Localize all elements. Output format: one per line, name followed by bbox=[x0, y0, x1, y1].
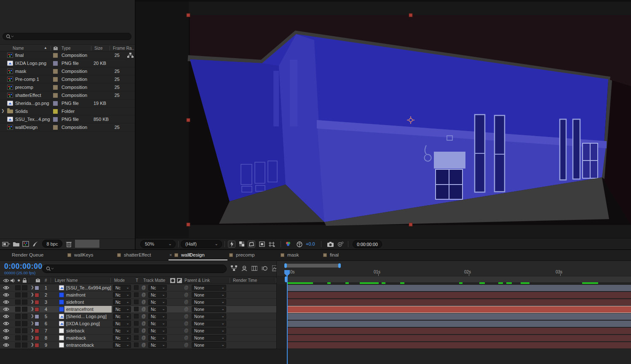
preserve-transparency-checkbox[interactable] bbox=[134, 285, 139, 290]
grid-guides-icon[interactable] bbox=[268, 241, 275, 248]
lock-checkbox[interactable] bbox=[22, 285, 27, 290]
time-ruler[interactable]: 0s01s02s03s bbox=[277, 261, 631, 276]
layer-name[interactable]: [Sherid... Logo.png] bbox=[64, 313, 112, 320]
layer-row[interactable]: ❯ 8 mainback Nc⌄ @ Nc⌄ @ None⌄ bbox=[0, 335, 286, 342]
panel-menu-icon[interactable]: ≡ bbox=[188, 252, 191, 258]
composition-mini-flowchart-icon[interactable] bbox=[231, 265, 237, 271]
label-color-swatch[interactable] bbox=[53, 77, 58, 82]
fast-previews-icon[interactable] bbox=[228, 241, 235, 248]
blend-mode-dropdown[interactable]: Nc⌄ bbox=[113, 292, 131, 298]
track-matte-dropdown[interactable]: Nc⌄ bbox=[148, 313, 167, 319]
layer-color-swatch[interactable] bbox=[35, 300, 39, 305]
blend-mode-dropdown[interactable]: Nc⌄ bbox=[113, 342, 131, 348]
work-area-handle[interactable] bbox=[284, 263, 287, 268]
solo-checkbox[interactable] bbox=[15, 335, 21, 340]
layer-row[interactable]: ❯ 7 sideback Nc⌄ @ Nc⌄ @ None⌄ bbox=[0, 327, 286, 335]
project-item-row[interactable]: ❯ Sherida...go.png PNG file 19 KB bbox=[0, 99, 135, 107]
solo-checkbox[interactable] bbox=[15, 300, 21, 305]
parent-link-dropdown[interactable]: None⌄ bbox=[192, 342, 226, 348]
solo-checkbox[interactable] bbox=[15, 314, 21, 319]
lock-checkbox[interactable] bbox=[22, 292, 27, 297]
composition-canvas[interactable] bbox=[136, 0, 631, 238]
solo-checkbox[interactable] bbox=[15, 285, 21, 290]
channel-icon[interactable] bbox=[285, 241, 292, 248]
blend-mode-dropdown[interactable]: Nc⌄ bbox=[113, 306, 131, 312]
parent-link-dropdown[interactable]: None⌄ bbox=[192, 292, 226, 298]
layer-duration-bar[interactable] bbox=[288, 299, 631, 305]
preserve-transparency-checkbox[interactable] bbox=[134, 335, 139, 340]
track-matte-dropdown[interactable]: Nc⌄ bbox=[148, 328, 167, 334]
label-color-swatch[interactable] bbox=[53, 109, 58, 114]
project-item-row[interactable]: ❯ IXDA Logo.png PNG file 20 KB bbox=[0, 59, 135, 67]
layer-row[interactable]: ❯ 2 mainfront Nc⌄ @ Nc⌄ @ None⌄ bbox=[0, 292, 286, 299]
track-matte-dropdown[interactable]: Nc⌄ bbox=[148, 342, 167, 348]
label-color-swatch[interactable] bbox=[53, 69, 58, 74]
layer-duration-bar[interactable] bbox=[288, 321, 631, 327]
layer-row[interactable]: ❯ 6 [IXDA Logo.png] Nc⌄ @ Nc⌄ @ None⌄ bbox=[0, 320, 286, 327]
track-matte-dropdown[interactable]: Nc⌄ bbox=[148, 306, 167, 312]
blend-mode-dropdown[interactable]: Nc⌄ bbox=[113, 285, 131, 291]
expand-chevron-icon[interactable]: ❯ bbox=[31, 321, 34, 325]
column-frame-rate[interactable]: Frame Ra.. bbox=[113, 46, 134, 51]
visibility-eye-icon[interactable] bbox=[3, 300, 9, 304]
expand-chevron-icon[interactable]: ❯ bbox=[31, 328, 34, 332]
track-matte-dropdown[interactable]: Nc⌄ bbox=[148, 321, 167, 327]
track-matte-dropdown[interactable]: Nc⌄ bbox=[148, 335, 167, 341]
lock-checkbox[interactable] bbox=[22, 321, 27, 326]
region-of-interest-icon[interactable] bbox=[258, 241, 266, 248]
label-color-swatch[interactable] bbox=[53, 85, 58, 90]
playhead-line[interactable] bbox=[287, 270, 288, 364]
work-area-bar[interactable] bbox=[285, 264, 340, 268]
preserve-transparency-checkbox[interactable] bbox=[134, 292, 139, 297]
parent-link-dropdown[interactable]: None⌄ bbox=[192, 328, 226, 334]
layer-color-swatch[interactable] bbox=[35, 286, 39, 290]
expand-chevron-icon[interactable]: ❯ bbox=[31, 292, 34, 297]
transparency-grid-icon[interactable] bbox=[238, 241, 246, 248]
visibility-eye-icon[interactable] bbox=[3, 343, 9, 347]
solo-checkbox[interactable] bbox=[15, 343, 21, 348]
color-depth-button[interactable]: 8 bpc bbox=[42, 240, 62, 248]
blend-mode-dropdown[interactable]: Nc⌄ bbox=[113, 313, 131, 319]
layer-name[interactable]: [IXDA Logo.png] bbox=[64, 320, 112, 327]
parent-pickwhip-icon[interactable]: @ bbox=[184, 328, 188, 333]
lock-checkbox[interactable] bbox=[22, 300, 27, 305]
expand-chevron-icon[interactable]: ❯ bbox=[31, 307, 34, 311]
label-color-swatch[interactable] bbox=[53, 101, 58, 106]
layer-duration-bar[interactable] bbox=[288, 335, 631, 341]
layer-color-swatch[interactable] bbox=[35, 336, 39, 340]
frame-blending-icon[interactable] bbox=[251, 265, 257, 271]
track-matte-dropdown[interactable]: Nc⌄ bbox=[148, 299, 167, 305]
parent-pickwhip-icon[interactable]: @ bbox=[184, 343, 188, 347]
track-matte-pickwhip-icon[interactable]: @ bbox=[142, 328, 146, 333]
mask-visibility-icon[interactable] bbox=[248, 241, 255, 248]
project-item-row[interactable]: ❯ shatterEffect Composition 25 bbox=[0, 91, 135, 99]
visibility-eye-icon[interactable] bbox=[3, 293, 9, 297]
track-matte-pickwhip-icon[interactable]: @ bbox=[142, 292, 146, 297]
interpret-footage-icon[interactable] bbox=[2, 241, 11, 247]
lock-checkbox[interactable] bbox=[22, 343, 27, 348]
preserve-transparency-checkbox[interactable] bbox=[134, 328, 139, 333]
parent-pickwhip-icon[interactable]: @ bbox=[184, 300, 188, 304]
visibility-eye-icon[interactable] bbox=[3, 307, 9, 311]
layer-row[interactable]: ❯ 1 [SSU_Te...6x994.png] Nc⌄ @ Nc⌄ @ Non… bbox=[0, 284, 286, 292]
parent-link-dropdown[interactable]: None⌄ bbox=[192, 313, 226, 319]
visibility-eye-icon[interactable] bbox=[3, 314, 9, 318]
layer-name[interactable]: entrancefront bbox=[64, 306, 112, 313]
preserve-transparency-checkbox[interactable] bbox=[134, 307, 139, 311]
layer-row[interactable]: ❯ 4 entrancefront Nc⌄ @ Nc⌄ @ None⌄ bbox=[0, 306, 286, 313]
exposure-value[interactable]: +0.0 bbox=[306, 241, 315, 246]
new-composition-icon[interactable] bbox=[22, 241, 29, 247]
layer-color-swatch[interactable] bbox=[35, 321, 39, 326]
show-snapshot-icon[interactable] bbox=[337, 241, 344, 248]
project-item-row[interactable]: ❯ final Composition 25 bbox=[0, 51, 135, 59]
column-type[interactable]: Type bbox=[61, 46, 71, 51]
pen-icon[interactable] bbox=[32, 241, 39, 247]
visibility-eye-icon[interactable] bbox=[3, 321, 9, 326]
layer-color-swatch[interactable] bbox=[35, 293, 39, 297]
track-matte-pickwhip-icon[interactable]: @ bbox=[142, 335, 146, 340]
lock-checkbox[interactable] bbox=[22, 335, 27, 340]
project-search-input[interactable] bbox=[3, 33, 131, 40]
snapshot-camera-icon[interactable] bbox=[326, 241, 334, 248]
track-matte-pickwhip-icon[interactable]: @ bbox=[142, 343, 146, 347]
parent-pickwhip-icon[interactable]: @ bbox=[184, 292, 188, 297]
